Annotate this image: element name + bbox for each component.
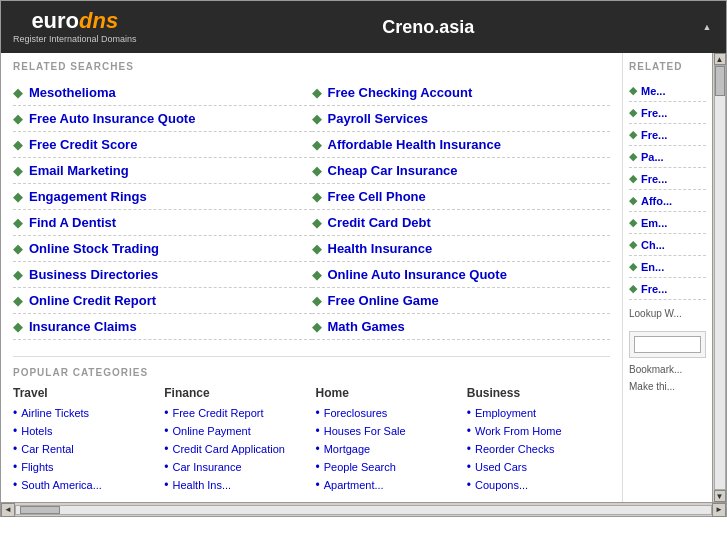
lookup-input[interactable] <box>634 336 701 353</box>
category-link[interactable]: Employment <box>475 407 536 419</box>
scroll-thumb[interactable] <box>715 66 725 96</box>
search-link[interactable]: Health Insurance <box>328 241 433 256</box>
sidebar-link[interactable]: Fre... <box>641 283 667 295</box>
search-link[interactable]: Cheap Car Insurance <box>328 163 458 178</box>
category-link[interactable]: Apartment... <box>324 479 384 491</box>
sidebar-link[interactable]: Ch... <box>641 239 665 251</box>
hscroll-thumb[interactable] <box>20 506 60 514</box>
search-link[interactable]: Online Credit Report <box>29 293 156 308</box>
list-item: Mortgage <box>316 440 459 458</box>
scroll-left-arrow[interactable]: ◄ <box>1 503 15 517</box>
list-item: Car Rental <box>13 440 156 458</box>
search-link[interactable]: Free Auto Insurance Quote <box>29 111 195 126</box>
category-link[interactable]: Reorder Checks <box>475 443 554 455</box>
search-arrow: ◆ <box>312 241 322 256</box>
search-link[interactable]: Free Cell Phone <box>328 189 426 204</box>
search-link[interactable]: Payroll Services <box>328 111 428 126</box>
search-link[interactable]: Free Online Game <box>328 293 439 308</box>
searches-right-col: ◆Free Checking Account◆Payroll Services◆… <box>312 80 611 340</box>
category-link[interactable]: Credit Card Application <box>172 443 285 455</box>
sidebar-link[interactable]: Fre... <box>641 107 667 119</box>
search-link[interactable]: Online Auto Insurance Quote <box>328 267 507 282</box>
search-item: ◆Free Cell Phone <box>312 184 611 210</box>
search-link[interactable]: Online Stock Trading <box>29 241 159 256</box>
lookup-label: Lookup W... <box>629 308 706 319</box>
related-searches-label: RELATED SEARCHES <box>13 61 610 72</box>
category-link[interactable]: South America... <box>21 479 102 491</box>
search-link[interactable]: Email Marketing <box>29 163 129 178</box>
sidebar-link[interactable]: Fre... <box>641 129 667 141</box>
search-link[interactable]: Find A Dentist <box>29 215 116 230</box>
categories-grid: TravelAirline TicketsHotelsCar RentalFli… <box>13 386 610 494</box>
category-link[interactable]: Car Insurance <box>172 461 241 473</box>
category-link[interactable]: Used Cars <box>475 461 527 473</box>
search-link[interactable]: Insurance Claims <box>29 319 137 334</box>
category-link[interactable]: Free Credit Report <box>172 407 263 419</box>
search-item: ◆Affordable Health Insurance <box>312 132 611 158</box>
category-link[interactable]: People Search <box>324 461 396 473</box>
search-link[interactable]: Free Checking Account <box>328 85 473 100</box>
category-link[interactable]: Work From Home <box>475 425 562 437</box>
category-link[interactable]: Houses For Sale <box>324 425 406 437</box>
category-link[interactable]: Health Ins... <box>172 479 231 491</box>
hscroll-track <box>15 505 712 515</box>
sidebar-link[interactable]: Pa... <box>641 151 664 163</box>
sidebar-link[interactable]: Fre... <box>641 173 667 185</box>
category-link[interactable]: Online Payment <box>172 425 250 437</box>
search-link[interactable]: Free Credit Score <box>29 137 137 152</box>
list-item: Health Ins... <box>164 476 307 494</box>
category-column: BusinessEmploymentWork From HomeReorder … <box>467 386 610 494</box>
category-link[interactable]: Coupons... <box>475 479 528 491</box>
category-link[interactable]: Hotels <box>21 425 52 437</box>
search-arrow: ◆ <box>13 215 23 230</box>
sidebar-link[interactable]: Me... <box>641 85 665 97</box>
logo: eurodns Register International Domains <box>13 10 137 44</box>
category-link[interactable]: Foreclosures <box>324 407 388 419</box>
category-title: Business <box>467 386 610 400</box>
related-searches-section: RELATED SEARCHES ◆Mesothelioma◆Free Auto… <box>13 61 610 340</box>
search-arrow: ◆ <box>312 319 322 334</box>
sidebar-link[interactable]: Em... <box>641 217 667 229</box>
search-arrow: ◆ <box>312 215 322 230</box>
logo-euro: euro <box>31 8 79 33</box>
search-arrow: ◆ <box>13 137 23 152</box>
search-link[interactable]: Mesothelioma <box>29 85 116 100</box>
category-link[interactable]: Mortgage <box>324 443 370 455</box>
list-item: Employment <box>467 404 610 422</box>
category-link[interactable]: Airline Tickets <box>21 407 89 419</box>
list-item: Used Cars <box>467 458 610 476</box>
sidebar-link-item: ◆Fre... <box>629 124 706 146</box>
category-link[interactable]: Car Rental <box>21 443 74 455</box>
search-item: ◆Email Marketing <box>13 158 312 184</box>
searches-left-col: ◆Mesothelioma◆Free Auto Insurance Quote◆… <box>13 80 312 340</box>
list-item: Online Payment <box>164 422 307 440</box>
horizontal-scrollbar[interactable]: ◄ ► <box>1 502 726 516</box>
list-item: Foreclosures <box>316 404 459 422</box>
category-link[interactable]: Flights <box>21 461 53 473</box>
search-item: ◆Math Games <box>312 314 611 340</box>
vertical-scrollbar[interactable]: ▲ ▼ <box>712 53 726 502</box>
sidebar-arrow: ◆ <box>629 84 637 97</box>
sidebar-arrow: ◆ <box>629 282 637 295</box>
scroll-down-arrow[interactable]: ▼ <box>714 490 726 502</box>
search-link[interactable]: Credit Card Debt <box>328 215 431 230</box>
search-link[interactable]: Business Directories <box>29 267 158 282</box>
search-arrow: ◆ <box>312 163 322 178</box>
sidebar-link[interactable]: Affo... <box>641 195 672 207</box>
search-item: ◆Free Online Game <box>312 288 611 314</box>
search-link[interactable]: Math Games <box>328 319 405 334</box>
sidebar-link[interactable]: En... <box>641 261 664 273</box>
scroll-up-arrow[interactable]: ▲ <box>714 53 726 65</box>
search-link[interactable]: Engagement Rings <box>29 189 147 204</box>
category-column: HomeForeclosuresHouses For SaleMortgageP… <box>316 386 459 494</box>
search-arrow: ◆ <box>13 85 23 100</box>
scroll-right-arrow[interactable]: ► <box>712 503 726 517</box>
site-title: Creno.asia <box>157 17 700 38</box>
search-link[interactable]: Affordable Health Insurance <box>328 137 501 152</box>
sidebar-arrow: ◆ <box>629 216 637 229</box>
search-arrow: ◆ <box>13 163 23 178</box>
search-item: ◆Find A Dentist <box>13 210 312 236</box>
search-arrow: ◆ <box>13 241 23 256</box>
search-item: ◆Mesothelioma <box>13 80 312 106</box>
search-arrow: ◆ <box>13 319 23 334</box>
